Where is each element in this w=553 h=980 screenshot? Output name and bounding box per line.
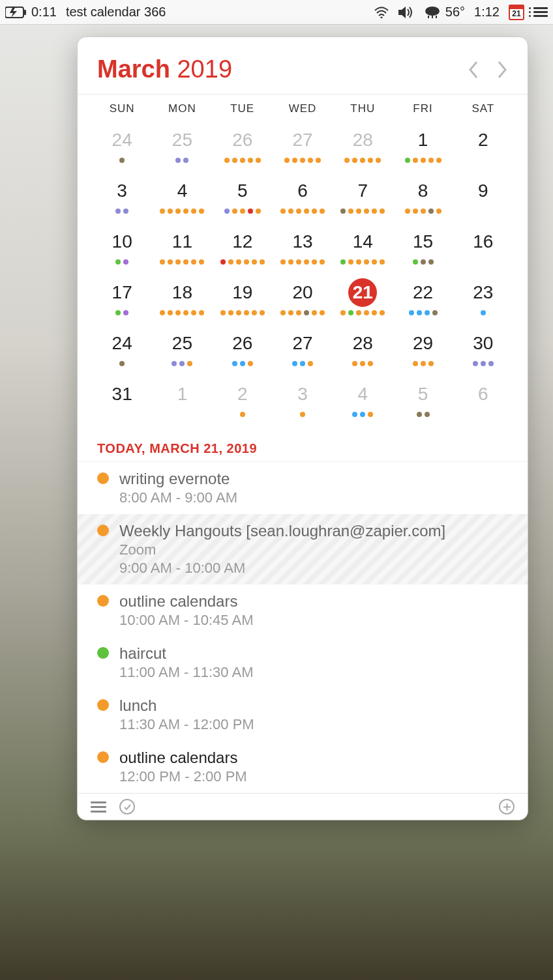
- day-cell[interactable]: 21: [333, 276, 393, 321]
- day-cell[interactable]: 3: [273, 377, 333, 423]
- day-cell[interactable]: 15: [393, 225, 453, 270]
- event-dot: [280, 259, 286, 265]
- event-dot: [425, 310, 430, 315]
- day-cell[interactable]: 14: [333, 225, 393, 270]
- event-item[interactable]: outline calendars12:00 PM - 2:00 PM: [78, 741, 528, 793]
- day-cell[interactable]: 24: [92, 123, 152, 169]
- day-cell[interactable]: 25: [152, 326, 212, 372]
- day-number: 25: [168, 126, 196, 154]
- event-dot: [240, 209, 245, 214]
- day-cell[interactable]: 4: [152, 174, 212, 220]
- day-number: 24: [108, 329, 136, 358]
- day-cell[interactable]: 26: [213, 123, 273, 169]
- add-event-button[interactable]: [499, 799, 515, 814]
- event-dot: [300, 158, 305, 163]
- day-cell[interactable]: 24: [92, 326, 152, 372]
- day-cell[interactable]: 28: [333, 123, 393, 169]
- event-dot: [344, 158, 350, 163]
- event-dot: [488, 361, 494, 366]
- day-cell[interactable]: 12: [213, 225, 273, 270]
- event-dot: [372, 259, 377, 265]
- volume-icon[interactable]: [398, 7, 414, 18]
- day-cell[interactable]: 19: [213, 276, 273, 321]
- wifi-icon[interactable]: [374, 7, 389, 18]
- event-title: writing evernote: [119, 470, 508, 488]
- day-cell[interactable]: 18: [152, 276, 212, 321]
- day-cell[interactable]: 2: [213, 377, 273, 423]
- day-cell[interactable]: 27: [273, 326, 333, 372]
- event-dots: [160, 259, 204, 265]
- menu-button[interactable]: [91, 801, 106, 813]
- event-dot: [228, 259, 233, 265]
- day-cell[interactable]: 5: [213, 174, 273, 220]
- month-label: March: [97, 55, 170, 83]
- day-cell[interactable]: 23: [453, 276, 513, 321]
- event-dot: [119, 361, 125, 366]
- event-dot: [236, 259, 241, 265]
- day-cell[interactable]: 5: [393, 377, 453, 423]
- day-cell[interactable]: 13: [273, 225, 333, 270]
- day-cell[interactable]: 2: [453, 123, 513, 169]
- list-menubar-icon[interactable]: [533, 7, 548, 17]
- day-cell[interactable]: 1: [393, 123, 453, 169]
- event-dots: [413, 259, 434, 265]
- macos-menubar: 0:11 test calendar 366 56° 1:12 21: [0, 0, 553, 25]
- event-item[interactable]: outline calendars10:00 AM - 10:45 AM: [78, 584, 528, 637]
- event-dot: [376, 158, 381, 163]
- checkmark-button[interactable]: [119, 799, 135, 814]
- day-cell[interactable]: 20: [273, 276, 333, 321]
- event-dot: [428, 158, 434, 163]
- weather-status[interactable]: 56°: [423, 5, 465, 20]
- calendar-menubar-icon[interactable]: 21: [509, 5, 524, 20]
- event-dots: [409, 310, 438, 316]
- day-cell[interactable]: 28: [333, 326, 393, 372]
- day-cell[interactable]: 6: [453, 377, 513, 423]
- day-cell[interactable]: 27: [273, 123, 333, 169]
- day-cell[interactable]: 26: [213, 326, 273, 372]
- day-of-week: SUN: [92, 102, 152, 115]
- next-month-button[interactable]: [496, 60, 508, 79]
- day-cell[interactable]: 8: [393, 174, 453, 220]
- day-cell[interactable]: 6: [273, 174, 333, 220]
- event-dot: [119, 158, 125, 163]
- event-dots: [220, 259, 265, 265]
- event-time: 11:00 AM - 11:30 AM: [119, 664, 508, 681]
- day-cell[interactable]: 22: [393, 276, 453, 321]
- event-dot: [348, 310, 353, 315]
- day-of-week: MON: [152, 102, 212, 115]
- day-cell[interactable]: 25: [152, 123, 212, 169]
- event-dot: [248, 158, 253, 163]
- day-number: 9: [469, 177, 498, 205]
- day-cell[interactable]: 7: [333, 174, 393, 220]
- day-cell[interactable]: 3: [92, 174, 152, 220]
- day-cell[interactable]: 16: [453, 225, 513, 270]
- event-dots: [340, 310, 385, 316]
- event-title: haircut: [119, 644, 508, 663]
- day-cell[interactable]: 17: [92, 276, 152, 321]
- day-number: 15: [409, 227, 438, 256]
- event-dot: [409, 310, 414, 315]
- event-item[interactable]: writing evernote8:00 AM - 9:00 AM: [78, 462, 528, 514]
- day-cell[interactable]: 11: [152, 225, 212, 270]
- day-cell[interactable]: 31: [92, 377, 152, 423]
- event-dot: [340, 310, 346, 315]
- event-dot: [252, 259, 257, 265]
- day-number: 23: [469, 278, 498, 307]
- day-cell[interactable]: 29: [393, 326, 453, 372]
- event-dot: [296, 209, 301, 214]
- event-item[interactable]: Weekly Hangouts [sean.loughran@zapier.co…: [78, 514, 528, 584]
- prev-month-button[interactable]: [468, 60, 479, 79]
- event-dot: [352, 412, 357, 417]
- day-cell[interactable]: 30: [453, 326, 513, 372]
- event-dot: [256, 158, 261, 163]
- event-item[interactable]: haircut11:00 AM - 11:30 AM: [78, 637, 528, 689]
- day-cell[interactable]: 1: [152, 377, 212, 423]
- day-of-week: THU: [333, 102, 393, 115]
- day-cell[interactable]: 9: [453, 174, 513, 220]
- event-dot: [228, 310, 233, 315]
- event-dot: [284, 158, 290, 163]
- day-cell[interactable]: 10: [92, 225, 152, 270]
- event-dot: [428, 259, 434, 265]
- day-cell[interactable]: 4: [333, 377, 393, 423]
- event-item[interactable]: lunch11:30 AM - 12:00 PM: [78, 689, 528, 741]
